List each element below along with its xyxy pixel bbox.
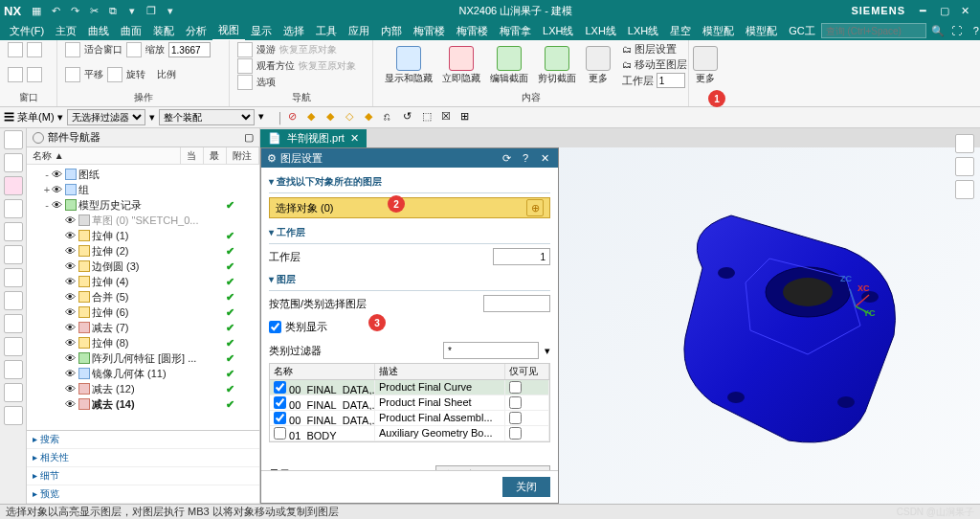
cut-icon[interactable]: ✂ — [86, 3, 101, 18]
nav-icon[interactable] — [4, 176, 23, 195]
tree-item[interactable]: 👁减去 (12)✔ — [29, 381, 257, 396]
immediate-hide-button[interactable]: 立即隐藏 — [438, 44, 484, 87]
tree-item[interactable]: 👁拉伸 (6)✔ — [29, 305, 257, 320]
range-input[interactable] — [483, 295, 550, 312]
help-icon[interactable]: ? — [969, 25, 980, 36]
tree-item[interactable]: -👁模型历史记录✔ — [29, 197, 257, 213]
fullscreen-icon[interactable]: ⛶ — [949, 25, 965, 36]
menu-ext3[interactable]: 梅雷拿 — [494, 22, 537, 40]
window-grid-icon[interactable] — [8, 42, 23, 57]
menu-dropdown[interactable]: ☰ 菜单(M) ▾ — [4, 110, 63, 124]
edit-section-button[interactable]: 编辑截面 — [486, 44, 532, 87]
menu-display[interactable]: 显示 — [245, 22, 278, 40]
menu-curve[interactable]: 曲线 — [82, 22, 115, 40]
filter-icon[interactable]: ▾ — [149, 111, 155, 124]
close-button[interactable]: 关闭 — [502, 477, 550, 497]
show-hide-button[interactable]: 显示和隐藏 — [381, 44, 436, 87]
selection-filter-select[interactable]: 无选择过滤器 — [67, 109, 145, 125]
filter-tool-icon[interactable]: ◇ — [345, 110, 361, 125]
clip-section-button[interactable]: 剪切截面 — [534, 44, 580, 87]
menu-internal[interactable]: 内部 — [375, 22, 408, 40]
nav-section-dependency[interactable]: 相关性 — [27, 449, 259, 467]
toolbar-icon[interactable]: ▾ — [124, 3, 140, 18]
filter-tool-icon[interactable]: ◆ — [307, 110, 323, 125]
filter-tool-icon[interactable]: ⊘ — [288, 110, 303, 125]
col-current[interactable]: 当 — [181, 147, 204, 164]
zoom-icon[interactable] — [126, 42, 142, 57]
display-select[interactable]: 含有对象的图层 — [435, 465, 550, 470]
menu-model1[interactable]: 模型配 — [697, 22, 740, 40]
layer-settings-link[interactable]: 🗂 图层设置 — [622, 42, 687, 56]
menu-ext1[interactable]: 梅雷楼 — [408, 22, 451, 40]
nav-icon[interactable] — [4, 360, 23, 379]
col-name[interactable]: 名称 ▲ — [27, 147, 181, 164]
window-icon[interactable]: ❐ — [144, 3, 159, 18]
minimize-icon[interactable]: ━ — [913, 2, 934, 19]
filter-tool-icon[interactable]: ⬚ — [422, 110, 437, 125]
tree-item[interactable]: 👁合并 (5)✔ — [29, 289, 257, 305]
help-icon[interactable]: ? — [518, 152, 533, 164]
tree-item[interactable]: 👁草图 (0) "SKETCH_0... — [29, 213, 257, 228]
table-row[interactable]: 00_FINAL_DATA,...Product Final Curve — [270, 380, 549, 395]
filter-tool-icon[interactable]: ◆ — [365, 110, 380, 125]
redo-icon[interactable]: ↷ — [67, 3, 82, 18]
option-icon[interactable] — [237, 75, 253, 90]
nav-section-preview[interactable]: 预览 — [27, 485, 259, 504]
menu-gc[interactable]: GC工 — [783, 22, 821, 40]
table-row[interactable]: 01_BODYAuxiliary Geometry Bo... — [270, 426, 549, 441]
right-tool-icon[interactable] — [955, 134, 974, 153]
window-grid-icon[interactable] — [27, 67, 42, 82]
dropdown-icon[interactable]: ▾ — [545, 345, 550, 357]
th-name[interactable]: 名称 — [270, 364, 375, 379]
nav-section-search[interactable]: 搜索 — [27, 431, 259, 449]
tab-close-icon[interactable]: ✕ — [350, 132, 359, 145]
rotate-icon[interactable] — [107, 67, 122, 82]
table-row[interactable]: 00_FINAL_DATA,...Product Final Assembl..… — [270, 411, 549, 426]
document-tab[interactable]: 📄 半剖视图.prt ✕ — [260, 129, 367, 147]
tree-item[interactable]: 👁边倒圆 (3)✔ — [29, 259, 257, 274]
menu-lxh1[interactable]: LXH线 — [537, 22, 579, 40]
tree-item[interactable]: 👁减去 (7)✔ — [29, 320, 257, 335]
col-note[interactable]: 附注 — [227, 147, 259, 164]
nav-icon[interactable] — [4, 268, 23, 287]
switch-icon[interactable]: ▾ — [163, 3, 178, 18]
col-latest[interactable]: 最 — [204, 147, 227, 164]
nav-icon[interactable] — [4, 199, 23, 218]
filter-tool-icon[interactable]: ⊞ — [460, 110, 476, 125]
fit-icon[interactable] — [65, 42, 80, 57]
tree-item[interactable]: 👁拉伸 (1)✔ — [29, 228, 257, 243]
tree-item[interactable]: 👁减去 (14)✔ — [29, 396, 257, 412]
menu-surface[interactable]: 曲面 — [115, 22, 147, 40]
category-display-checkbox[interactable]: 类别显示 — [269, 320, 327, 334]
nav-section-detail[interactable]: 细节 — [27, 467, 259, 485]
window-grid-icon[interactable] — [8, 67, 23, 82]
search-icon[interactable]: 🔍 — [930, 25, 946, 37]
nav-icon[interactable] — [4, 222, 23, 241]
work-layer-input[interactable] — [493, 248, 550, 265]
tree-item[interactable]: 👁镜像几何体 (11)✔ — [29, 366, 257, 381]
close-icon[interactable]: ✕ — [955, 2, 976, 19]
menu-home[interactable]: 主页 — [50, 22, 82, 40]
move-to-layer-link[interactable]: 🗂 移动至图层 — [622, 57, 687, 72]
nav-icon[interactable] — [4, 291, 23, 310]
reset-icon[interactable]: ⟳ — [499, 152, 514, 165]
menu-lxh2[interactable]: LXH线 — [579, 22, 621, 40]
menu-model2[interactable]: 模型配 — [740, 22, 783, 40]
nav-icon[interactable] — [4, 245, 23, 264]
scope-select[interactable]: 整个装配 — [159, 109, 255, 125]
tree-item[interactable]: +👁组 — [29, 182, 257, 197]
nav-icon[interactable] — [4, 314, 23, 333]
table-row[interactable]: 00_FINAL_DATA,...Product Final Sheet — [270, 395, 549, 411]
work-layer-input[interactable] — [657, 73, 685, 88]
nav-icon[interactable] — [4, 406, 23, 425]
th-visible[interactable]: 仅可见 — [505, 364, 549, 379]
menu-view[interactable]: 视图 — [212, 21, 245, 41]
menu-ext2[interactable]: 梅雷楼 — [451, 22, 494, 40]
copy-icon[interactable]: ⧉ — [105, 3, 121, 18]
right-tool-icon[interactable] — [955, 157, 974, 176]
select-object-row[interactable]: 选择对象 (0) ⊕ — [269, 197, 550, 218]
tree-item[interactable]: 👁拉伸 (4)✔ — [29, 274, 257, 289]
filter-tool-icon[interactable]: ◆ — [326, 110, 342, 125]
section-work-layer[interactable]: 工作层 — [269, 222, 550, 244]
nav-icon[interactable] — [4, 153, 23, 172]
